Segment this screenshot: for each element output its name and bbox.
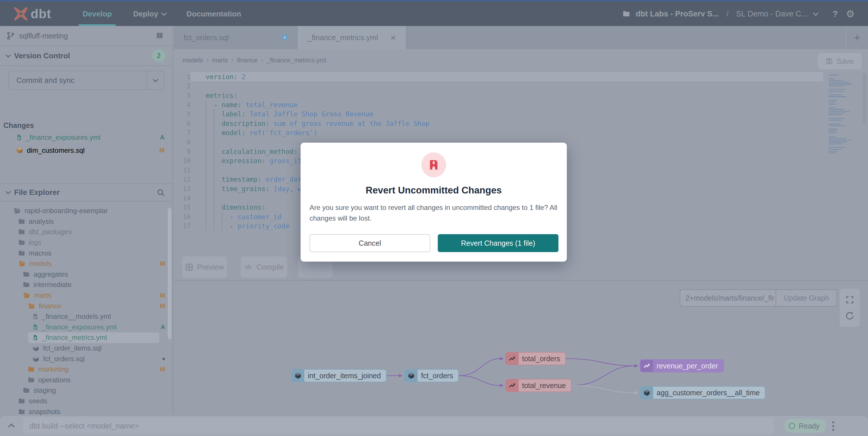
model-cube-icon (32, 355, 39, 363)
file-tree-item--finance-models-yml[interactable]: _finance__models.yml (0, 311, 173, 322)
file-tree-item-logs[interactable]: logs (0, 237, 173, 248)
fullscreen-icon[interactable] (845, 295, 855, 304)
file-tree-item-intermediate[interactable]: intermediate (0, 280, 173, 290)
close-icon[interactable]: × (391, 35, 396, 40)
folder-open-icon (13, 207, 21, 214)
file-tree-item-finance[interactable]: financeM (0, 301, 173, 311)
file-tree-item-marts[interactable]: martsM (0, 290, 173, 301)
environment-selector[interactable]: SL Demo - Dave C... (736, 9, 808, 19)
kebab-menu[interactable] (832, 421, 834, 431)
commit-options-caret[interactable] (146, 71, 164, 90)
dbt-logo[interactable]: dbt (13, 6, 56, 22)
file-name: _finance__models.yml (42, 312, 111, 320)
code-line[interactable]: 3metrics: (174, 91, 868, 100)
chevron-down-icon (161, 10, 167, 16)
unsaved-dot-icon (282, 34, 288, 41)
line-number: 5 (174, 111, 191, 118)
expand-panel-chevron-icon[interactable] (8, 424, 15, 430)
file-name: rapid-onboarding-exemplar (25, 207, 108, 215)
file-tree-item--finance-metrics-yml[interactable]: _finance_metrics.yml (0, 332, 173, 343)
file-name: staging (33, 386, 56, 395)
file-name: operations (38, 376, 71, 384)
line-number: 7 (174, 129, 191, 136)
cancel-button[interactable]: Cancel (310, 234, 430, 252)
change-row[interactable]: _finance_exposures.yml A (0, 132, 173, 143)
model-icon (641, 386, 653, 399)
docs-book-icon[interactable] (155, 32, 164, 40)
line-number: 6 (174, 120, 191, 127)
table-icon (185, 263, 193, 271)
revert-changes-button[interactable]: Revert Changes (1 file) (438, 234, 558, 252)
breadcrumb-item[interactable]: _finance_metrics.yml (267, 57, 326, 64)
new-tab-button[interactable]: + (854, 31, 861, 44)
gear-icon[interactable]: ⚙ (846, 8, 855, 20)
breadcrumb-item[interactable]: models (183, 57, 203, 64)
code-line[interactable]: 4 - name: total_revenue (174, 100, 868, 110)
breadcrumb-item[interactable]: finance (237, 57, 257, 64)
lineage-graph[interactable]: Update Graph int_order_items_joined fct_… (174, 281, 868, 416)
line-number: 1 (174, 73, 191, 81)
file-tree-item-staging[interactable]: staging (0, 385, 173, 396)
tab-finance-metrics[interactable]: _finance_metrics.yml × (298, 26, 406, 49)
preview-button[interactable]: Preview (182, 256, 227, 278)
metric-icon (643, 362, 651, 370)
nav-item-deploy[interactable]: Deploy (133, 2, 165, 26)
tab-fct-orders[interactable]: fct_orders.sql (174, 26, 298, 49)
save-button[interactable]: Save (818, 53, 862, 69)
lineage-node-agg_customer_orders__all_time[interactable]: agg_customer_orders__all_time (640, 386, 766, 399)
file-tree-item-rapid-onboarding-exemplar[interactable]: rapid-onboarding-exemplar (0, 206, 173, 216)
lineage-node-total_revenue[interactable]: total_revenue (505, 379, 572, 392)
compile-button[interactable]: Compile (241, 256, 287, 278)
lineage-node-total_orders[interactable]: total_orders (505, 352, 566, 365)
graph-selector-input[interactable] (680, 290, 776, 306)
file-tree-item--finance-exposures-yml[interactable]: _finance_exposures.ymlA (0, 322, 173, 333)
folder-icon (23, 387, 30, 394)
file-tree-item-seeds[interactable]: seeds (0, 396, 173, 407)
folder-icon (18, 408, 25, 415)
code-icon (244, 263, 252, 271)
dbt-command-input[interactable] (23, 417, 774, 434)
model-cube-icon (32, 344, 39, 352)
file-tree-item-snapshots[interactable]: snapshots (0, 406, 173, 417)
code-line[interactable]: 1version: 2 (174, 72, 868, 82)
chevron-down-icon (813, 10, 818, 16)
code-line[interactable]: 6 description: sum of gross revenue at t… (174, 119, 868, 128)
file-tree-item-dbt-packages[interactable]: dbt_packages (0, 227, 173, 237)
code-line[interactable]: 7 model: ref('fct_orders') (174, 128, 868, 137)
refresh-icon[interactable] (845, 311, 855, 321)
minimap[interactable] (829, 74, 854, 154)
file-tree-item-models[interactable]: modelsM (0, 258, 173, 269)
file-tree-scrollbar[interactable] (168, 208, 172, 339)
nav-menu: Develop Deploy Documentation (83, 2, 241, 26)
folder-icon (18, 250, 25, 257)
nav-item-documentation[interactable]: Documentation (187, 2, 241, 26)
project-name[interactable]: dbt Labs - ProServ S... (636, 9, 719, 19)
file-tree-item-macros[interactable]: macros (0, 248, 173, 258)
change-row[interactable]: dim_customers.sql M (0, 145, 173, 156)
version-control-header[interactable]: Version Control 2 (0, 46, 173, 66)
node-label: total_orders (519, 354, 565, 363)
editor-scrollbar[interactable] (863, 73, 866, 124)
file-tree-item-analysis[interactable]: analysis (0, 216, 173, 227)
modal-icon-circle (421, 152, 446, 177)
lineage-node-int_order_items_joined[interactable]: int_order_items_joined (291, 369, 386, 382)
breadcrumb-item[interactable]: marts (212, 57, 228, 64)
file-explorer-header[interactable]: File Explorer (0, 183, 173, 201)
help-button[interactable]: ? (833, 9, 838, 19)
file-tree-item-fct-orders-sql[interactable]: fct_orders.sql• (0, 353, 173, 364)
git-status-letter: A (160, 323, 165, 331)
lineage-node-revenue_per_order[interactable]: revenue_per_order (640, 359, 724, 372)
file-tree-item-marketing[interactable]: marketingM (0, 364, 173, 375)
file-tree-item-fct-order-items-sql[interactable]: fct_order_items.sql (0, 343, 173, 354)
git-status-letter: M (160, 366, 165, 373)
search-icon[interactable] (156, 188, 165, 197)
code-line[interactable]: 5 label: Total Jaffle Shop Gross Revenue (174, 110, 868, 119)
revert-modal: Revert Uncommitted Changes Are you sure … (301, 143, 567, 261)
commit-and-sync-button[interactable]: Commit and sync (8, 71, 164, 90)
nav-item-develop[interactable]: Develop (83, 2, 112, 26)
lineage-node-fct_orders[interactable]: fct_orders (404, 369, 459, 382)
file-tree-item-operations[interactable]: operations (0, 375, 173, 385)
update-graph-button[interactable]: Update Graph (776, 290, 837, 306)
file-tree-item-aggregates[interactable]: aggregates (0, 269, 173, 280)
code-line[interactable]: 2 (174, 82, 868, 91)
